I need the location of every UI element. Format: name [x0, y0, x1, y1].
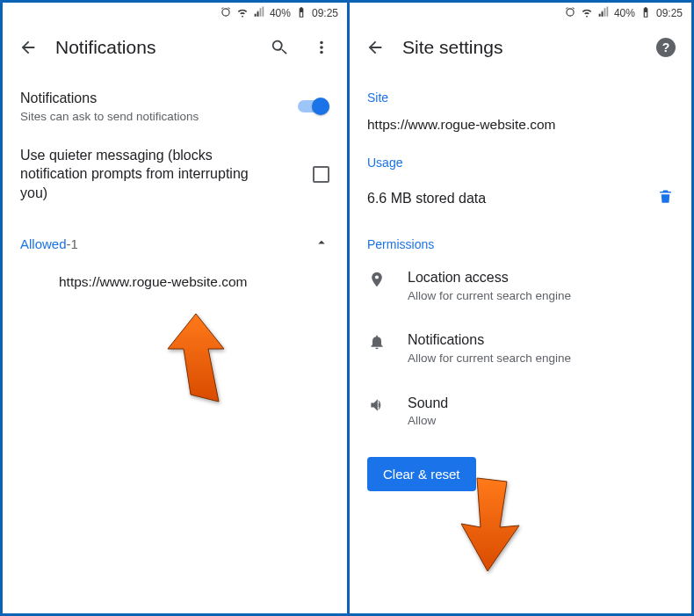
notifications-toggle[interactable] — [298, 98, 329, 115]
quiet-messaging-label: Use quieter messaging (blocks notificati… — [20, 146, 249, 203]
alarm-icon — [564, 6, 576, 21]
sound-icon — [367, 395, 387, 414]
app-header: Notifications — [3, 24, 347, 71]
section-site-label: Site — [350, 76, 691, 108]
page-title: Site settings — [402, 37, 639, 57]
clock-text: 09:25 — [656, 7, 683, 19]
site-url: https://www.rogue-website.com — [350, 108, 691, 141]
location-icon — [367, 269, 387, 288]
allowed-count: 1 — [71, 236, 78, 251]
allowed-site-item[interactable]: https://www.rogue-website.com — [3, 262, 347, 302]
perm-notifications-title: Notifications — [408, 331, 571, 350]
signal-icon — [253, 6, 265, 21]
trash-icon — [657, 187, 674, 206]
perm-location-sub: Allow for current search engine — [408, 288, 571, 304]
perm-location-title: Location access — [408, 269, 571, 287]
allowed-label: Allowed — [20, 236, 67, 251]
more-button[interactable] — [307, 33, 336, 62]
notifications-toggle-row[interactable]: Notifications Sites can ask to send noti… — [3, 76, 347, 137]
status-bar-right: 40% 09:25 — [350, 3, 691, 24]
delete-storage-button[interactable] — [657, 187, 674, 209]
notifications-sub: Sites can ask to send notifications — [20, 109, 287, 125]
battery-icon — [295, 6, 307, 21]
wifi-icon — [236, 6, 249, 21]
battery-icon — [640, 6, 652, 21]
usage-value: 6.6 MB stored data — [367, 191, 486, 207]
clear-reset-button[interactable]: Clear & reset — [367, 457, 476, 491]
alarm-icon — [220, 6, 232, 21]
search-button[interactable] — [264, 33, 294, 62]
pane-site-settings: 40% 09:25 Site settings ? Site https://w… — [347, 3, 691, 613]
section-permissions-label: Permissions — [350, 223, 691, 255]
notifications-label: Notifications — [20, 89, 287, 108]
perm-sound-sub: Allow — [408, 413, 448, 429]
quiet-messaging-row[interactable]: Use quieter messaging (blocks notificati… — [3, 137, 347, 219]
annotation-arrow-left — [157, 310, 235, 410]
help-icon: ? — [656, 38, 676, 57]
perm-location-row[interactable]: Location access Allow for current search… — [350, 255, 691, 317]
allowed-section-header[interactable]: Allowed - 1 — [3, 219, 347, 262]
more-vert-icon — [312, 38, 331, 57]
perm-notifications-sub: Allow for current search engine — [408, 351, 571, 366]
help-button[interactable]: ? — [651, 33, 681, 62]
status-bar: 40% 09:25 — [3, 3, 347, 24]
arrow-back-icon — [365, 38, 385, 57]
clock-text: 09:25 — [312, 7, 338, 19]
perm-sound-title: Sound — [408, 395, 448, 413]
bell-icon — [367, 331, 387, 351]
search-icon — [270, 38, 289, 57]
chevron-up-icon — [314, 235, 329, 253]
section-usage-label: Usage — [350, 141, 691, 173]
battery-pct: 40% — [614, 7, 635, 19]
back-button[interactable] — [13, 33, 43, 62]
perm-notifications-row[interactable]: Notifications Allow for current search e… — [350, 317, 691, 380]
perm-sound-row[interactable]: Sound Allow — [350, 380, 691, 443]
back-button[interactable] — [360, 33, 390, 62]
quiet-messaging-checkbox[interactable] — [313, 166, 329, 183]
page-title: Notifications — [55, 37, 252, 57]
signal-icon — [597, 6, 610, 21]
pane-notifications: 40% 09:25 Notifications Notifications Si… — [3, 3, 347, 613]
battery-pct: 40% — [270, 7, 291, 19]
arrow-back-icon — [18, 38, 38, 57]
app-header-right: Site settings ? — [350, 24, 691, 71]
usage-row[interactable]: 6.6 MB stored data — [350, 173, 691, 223]
wifi-icon — [581, 6, 593, 21]
